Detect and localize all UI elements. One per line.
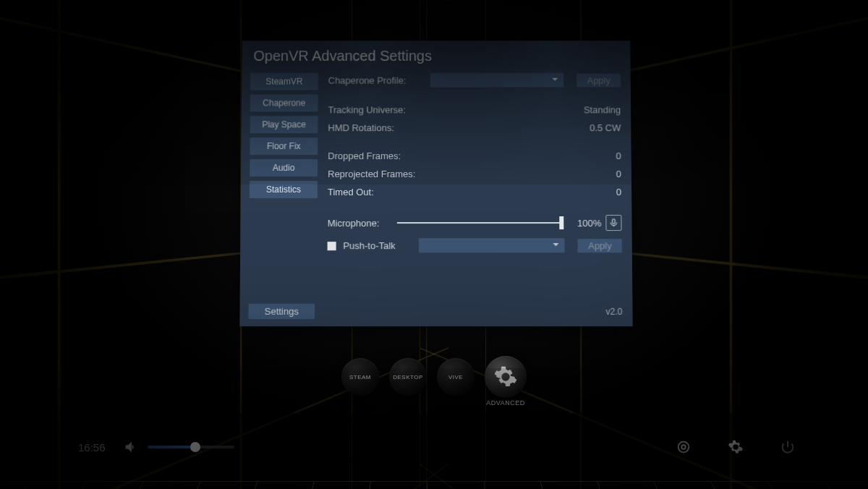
settings-panel: OpenVR Advanced Settings SteamVR Chapero… [239, 41, 632, 326]
settings-button[interactable]: Settings [248, 304, 315, 319]
svg-point-1 [681, 445, 686, 449]
svg-rect-0 [613, 219, 616, 224]
volume-fill [148, 446, 195, 448]
tracking-universe-label: Tracking Universe: [328, 104, 426, 115]
push-to-talk-checkbox-wrap[interactable]: Push-to-Talk [328, 240, 414, 251]
volume-thumb[interactable] [190, 442, 200, 452]
dropped-frames-value: 0 [616, 150, 621, 161]
push-to-talk-apply-button[interactable]: Apply [578, 239, 622, 252]
dropped-frames-label: Dropped Frames: [328, 150, 426, 161]
tab-floor-fix[interactable]: Floor Fix [250, 137, 318, 155]
microphone-slider-thumb[interactable] [559, 216, 563, 229]
microphone-toggle-button[interactable] [605, 215, 621, 231]
dock-label: DESKTOP [393, 374, 423, 380]
clock: 16:56 [72, 441, 123, 454]
hmd-rotations-label: HMD Rotations: [328, 122, 426, 133]
svg-point-2 [678, 442, 689, 453]
panel-title: OpenVR Advanced Settings [253, 48, 620, 64]
microphone-label: Microphone: [328, 218, 393, 229]
dock-steam-button[interactable]: STEAM [341, 358, 379, 396]
dock-vive-button[interactable]: VIVE [437, 358, 475, 396]
vr-scene: OpenVR Advanced Settings SteamVR Chapero… [0, 0, 868, 489]
reprojected-frames-value: 0 [616, 169, 621, 179]
volume-control [123, 439, 234, 455]
microphone-percent: 100% [569, 218, 601, 229]
volume-slider[interactable] [148, 446, 234, 448]
timed-out-value: 0 [616, 187, 621, 197]
tab-play-space[interactable]: Play Space [250, 116, 318, 133]
tracking-universe-value: Standing [584, 104, 621, 115]
push-to-talk-checkbox[interactable] [328, 242, 336, 250]
system-bar: 16:56 [72, 427, 796, 467]
push-to-talk-select[interactable] [419, 238, 565, 252]
chaperone-profile-select[interactable] [430, 73, 564, 88]
reprojected-frames-label: Reprojected Frames: [328, 169, 426, 179]
recenter-icon[interactable] [676, 439, 692, 455]
dock-label: VIVE [448, 374, 463, 380]
tab-chaperone[interactable]: Chaperone [250, 95, 318, 112]
settings-gear-icon[interactable] [728, 439, 744, 455]
tab-list: SteamVR Chaperone Play Space Floor Fix A… [249, 73, 318, 260]
tab-audio[interactable]: Audio [250, 159, 318, 177]
push-to-talk-label: Push-to-Talk [343, 240, 395, 251]
chaperone-apply-button[interactable]: Apply [577, 73, 621, 87]
dock-label: STEAM [349, 374, 371, 380]
version-label: v2.0 [606, 306, 623, 316]
panel-content: Chaperone Profile: Apply Tracking Univer… [327, 73, 621, 260]
dashboard-dock: STEAM DESKTOP VIVE ADVANCED [341, 356, 527, 398]
gear-icon [493, 365, 518, 389]
dock-caption: ADVANCED [486, 399, 524, 407]
dock-desktop-button[interactable]: DESKTOP [389, 358, 427, 396]
power-icon[interactable] [780, 439, 796, 455]
tab-statistics[interactable]: Statistics [250, 181, 318, 198]
chaperone-profile-label: Chaperone Profile: [328, 75, 426, 85]
microphone-slider[interactable] [397, 222, 563, 224]
tab-steamvr[interactable]: SteamVR [250, 73, 318, 90]
hmd-rotations-value: 0.5 CW [590, 122, 621, 133]
speaker-icon[interactable] [123, 439, 139, 455]
timed-out-label: Timed Out: [328, 187, 426, 197]
dock-advanced-button[interactable]: ADVANCED [485, 356, 527, 398]
